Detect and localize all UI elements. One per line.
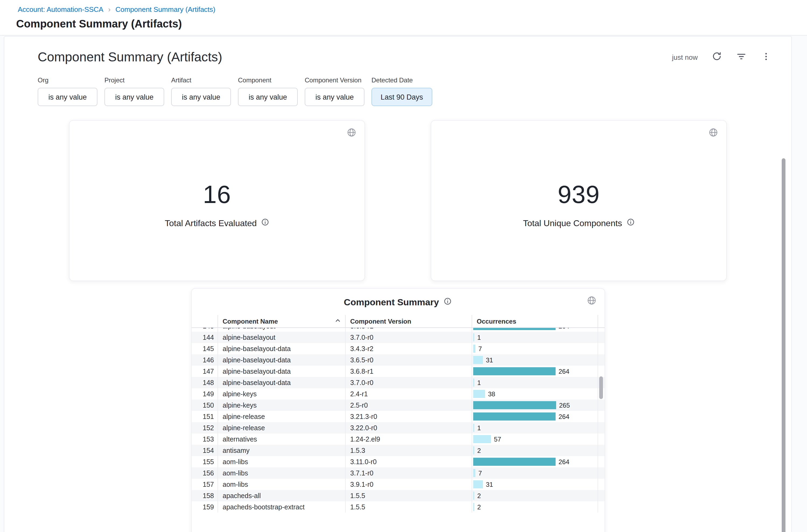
occurrences-cell: 264 xyxy=(471,328,598,332)
occurrence-bar xyxy=(473,446,474,454)
table-header-row: Component Name Component Version Occurre… xyxy=(191,315,604,328)
sort-ascending-icon xyxy=(334,317,341,325)
occurrence-bar xyxy=(473,345,475,353)
occurrence-bar xyxy=(473,424,474,432)
filter-artifact-button[interactable]: is any value xyxy=(171,88,231,106)
occurrences-cell: 2 xyxy=(471,490,598,501)
table-title: Component Summary xyxy=(344,297,439,308)
total-components-value: 939 xyxy=(558,180,600,209)
row-number: 157 xyxy=(191,480,217,488)
occurrence-value: 7 xyxy=(478,469,482,477)
info-icon[interactable] xyxy=(444,297,452,308)
table-row[interactable]: 147alpine-baselayout-data3.6.8-r1264 xyxy=(191,366,604,377)
row-number: 144 xyxy=(191,334,217,341)
table-row[interactable]: 151alpine-release3.21.3-r0264 xyxy=(191,411,604,422)
filter-button[interactable] xyxy=(735,51,747,63)
occurrence-bar xyxy=(473,401,556,409)
filter-detected-date-button[interactable]: Last 90 Days xyxy=(371,88,432,106)
occurrence-value: 31 xyxy=(486,480,493,488)
table-scrollbar[interactable] xyxy=(599,376,603,399)
filter-component-button[interactable]: is any value xyxy=(238,88,298,106)
component-version-cell: 3.7.0-r0 xyxy=(345,332,471,343)
globe-icon[interactable] xyxy=(587,296,596,307)
component-name-cell: alpine-release xyxy=(217,422,345,434)
component-name-cell: aom-libs xyxy=(217,479,345,490)
occurrences-cell: 264 xyxy=(471,411,598,422)
component-name-cell: apacheds-all xyxy=(217,490,345,501)
filter-org-button[interactable]: is any value xyxy=(38,88,97,106)
breadcrumb: Account: Automation-SSCA › Component Sum… xyxy=(18,5,215,14)
table-row[interactable]: 145alpine-baselayout-data3.4.3-r27 xyxy=(191,343,604,354)
more-options-button[interactable] xyxy=(760,51,772,63)
row-number: 154 xyxy=(191,446,217,454)
page-scrollbar[interactable] xyxy=(782,158,786,532)
breadcrumb-account-link[interactable]: Account: Automation-SSCA xyxy=(18,5,103,14)
filter-bar: Org is any value Project is any value Ar… xyxy=(4,64,791,106)
component-version-cell: 3.7.0-r0 xyxy=(345,377,471,388)
row-number: 159 xyxy=(191,503,217,511)
occurrence-bar xyxy=(473,413,555,420)
info-icon[interactable] xyxy=(261,218,269,228)
table-row[interactable]: 149alpine-keys2.4-r138 xyxy=(191,388,604,400)
occurrences-cell: 7 xyxy=(471,468,598,479)
filter-label-component: Component xyxy=(238,76,298,84)
table-row[interactable]: 154antisamy1.5.32 xyxy=(191,445,604,456)
occurrences-cell: 1 xyxy=(471,377,598,388)
refresh-button[interactable] xyxy=(711,51,723,63)
occurrence-bar xyxy=(473,356,483,364)
occurrence-bar xyxy=(473,390,485,398)
info-icon[interactable] xyxy=(627,218,634,228)
content-area: Component Summary (Artifacts) just now xyxy=(0,36,807,532)
table-row[interactable]: 143alpine-baselayout3.6.8-r1264 xyxy=(191,328,604,332)
occurrence-value: 1 xyxy=(477,379,481,386)
occurrence-bar xyxy=(473,458,555,466)
row-number: 150 xyxy=(191,401,217,409)
component-name-column-header[interactable]: Component Name xyxy=(217,315,345,327)
row-number: 156 xyxy=(191,469,217,477)
component-name-cell: alternatives xyxy=(217,434,345,445)
occurrence-value: 1 xyxy=(477,424,481,432)
occurrence-value: 265 xyxy=(559,401,570,409)
occurrences-cell: 57 xyxy=(471,434,598,445)
page-title: Component Summary (Artifacts) xyxy=(16,18,182,30)
row-number: 158 xyxy=(191,492,217,499)
dashboard-panel: Component Summary (Artifacts) just now xyxy=(4,36,792,532)
component-name-cell: antisamy xyxy=(217,445,345,456)
table-scroll-area[interactable]: 143alpine-baselayout3.6.8-r1264144alpine… xyxy=(191,328,604,532)
filter-project-button[interactable]: is any value xyxy=(104,88,164,106)
occurrences-cell: 7 xyxy=(471,343,598,354)
filter-label-org: Org xyxy=(38,76,97,84)
component-version-column-header[interactable]: Component Version xyxy=(345,315,471,327)
table-row[interactable]: 159apacheds-bootstrap-extract1.5.52 xyxy=(191,501,604,513)
occurrence-bar xyxy=(473,480,483,488)
table-row[interactable]: 148alpine-baselayout-data3.7.0-r01 xyxy=(191,377,604,388)
component-name-cell: aom-libs xyxy=(217,456,345,468)
table-row[interactable]: 153alternatives1.24-2.el957 xyxy=(191,434,604,445)
breadcrumb-page-link[interactable]: Component Summary (Artifacts) xyxy=(115,5,215,14)
occurrences-column-header[interactable]: Occurrences xyxy=(471,315,598,327)
table-row[interactable]: 152alpine-release3.22.0-r01 xyxy=(191,422,604,434)
component-version-cell: 3.4.3-r2 xyxy=(345,343,471,354)
row-number: 153 xyxy=(191,435,217,443)
occurrences-cell: 264 xyxy=(471,456,598,468)
table-row[interactable]: 150alpine-keys2.5-r0265 xyxy=(191,400,604,411)
table-row[interactable]: 155aom-libs3.11.0-r0264 xyxy=(191,456,604,468)
table-row[interactable]: 156aom-libs3.7.1-r07 xyxy=(191,468,604,479)
occurrence-bar xyxy=(473,435,491,443)
row-number: 143 xyxy=(191,328,217,330)
table-row[interactable]: 157aom-libs3.9.1-r031 xyxy=(191,479,604,490)
refresh-icon xyxy=(711,51,722,63)
component-summary-card: Component Summary Component Name xyxy=(191,288,605,532)
occurrence-value: 264 xyxy=(559,413,569,420)
occurrence-value: 264 xyxy=(559,328,569,330)
occurrence-value: 2 xyxy=(477,503,481,511)
table-row[interactable]: 158apacheds-all1.5.52 xyxy=(191,490,604,501)
filter-component-version-button[interactable]: is any value xyxy=(305,88,364,106)
component-version-cell: 1.5.5 xyxy=(345,490,471,501)
component-name-cell: alpine-baselayout-data xyxy=(217,354,345,366)
table-body: 143alpine-baselayout3.6.8-r1264144alpine… xyxy=(191,328,604,513)
table-row[interactable]: 146alpine-baselayout-data3.6.5-r031 xyxy=(191,354,604,366)
component-name-cell: alpine-keys xyxy=(217,400,345,411)
component-version-cell: 3.9.1-r0 xyxy=(345,479,471,490)
table-row[interactable]: 144alpine-baselayout3.7.0-r01 xyxy=(191,332,604,343)
